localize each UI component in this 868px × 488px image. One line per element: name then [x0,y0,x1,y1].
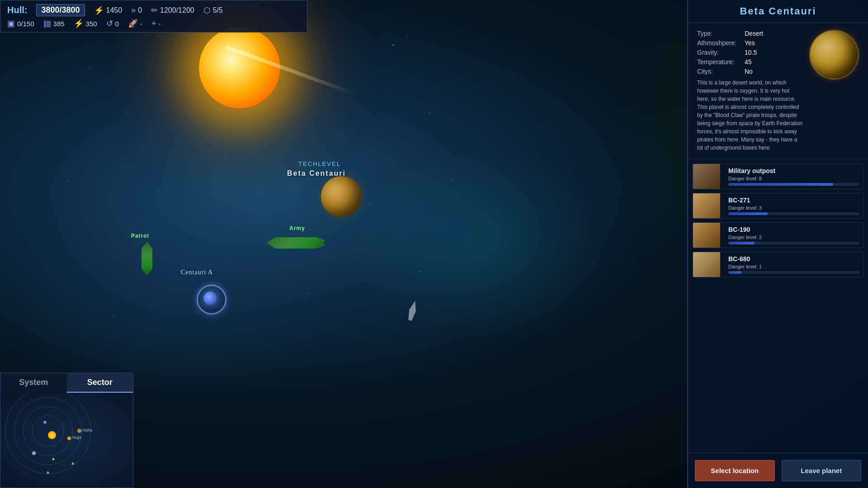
power-value: 350 [86,20,97,28]
location-danger-3: Danger level: 1 [728,264,859,269]
minimap-panel: System Sector Vega Alpha ▲ ▲ ▲ [0,373,133,488]
minimap-ship-2: ▲ [71,460,75,465]
info-gravity-row: Gravity: 10.5 [697,49,802,56]
hud-plus-stat: + - [151,19,161,28]
minimap-planet-2 [43,421,47,424]
arrows-icon: » [131,5,136,15]
cargo-value: 0/150 [17,20,34,28]
patrol-ship [138,242,160,278]
info-temperature-row: Temperature: 45 [697,58,802,66]
hud-shield-stat: ⬡ 5/5 [203,5,223,15]
minimap-tabs: System Sector [0,373,133,393]
location-name-1: BC-271 [728,197,859,204]
army-label: Army [289,225,305,231]
select-location-button[interactable]: Select location [695,460,775,481]
minimap-planet-1 [67,436,71,440]
location-danger-2: Danger level: 2 [728,235,859,240]
hud-missile-stat: 🚀 - [128,19,142,28]
power-icon: ⚡ [74,19,84,28]
danger-bar-0 [728,183,859,186]
arrow-value: 0 [138,6,142,14]
location-info-2: BC-190Danger level: 2 [725,223,863,248]
location-item-2[interactable]: BC-190Danger level: 2 [693,222,863,248]
minimap-planet-4 [32,451,36,455]
atmosphere-value: Yes [745,39,755,47]
location-info-1: BC-271Danger level: 3 [725,193,863,218]
plus-icon: + [151,19,156,28]
danger-fill-1 [728,212,768,215]
repair-icon: ↺ [106,19,113,28]
gravity-label: Gravity: [697,49,742,56]
location-thumb-0 [693,164,720,189]
hud-cargo-stat: ▣ 0/150 [7,19,34,28]
right-panel: Beta Centauri Type: Desert Athmoshpere: … [687,0,868,488]
location-thumb-1 [693,193,720,218]
location-name-2: BC-190 [728,226,859,233]
lightning-value: 1450 [106,6,123,14]
beta-centauri-planet [321,176,362,217]
centauri-a-label: Centauri A [181,269,213,276]
location-info-3: BC-680Danger level: 1 [725,252,863,277]
shield-value: 5/5 [213,6,223,14]
citys-label: Citys: [697,68,742,75]
location-thumb-2 [693,223,720,248]
centauri-a-station [194,282,226,314]
hud-arrow-stat: » 0 [131,5,142,15]
missile-icon: 🚀 [128,19,138,28]
tab-sector[interactable]: Sector [67,373,133,393]
repair-value: 0 [115,20,119,28]
info-atmosphere-row: Athmoshpere: Yes [697,39,802,47]
panel-buttons: Select location Leave planet [688,453,868,488]
minimap-label-3: Alpha [82,428,92,432]
ammo-icon: ✏ [151,5,158,15]
hud-power-stat: ⚡ 350 [74,19,97,28]
location-name-0: Military outpost [728,167,859,174]
cargo-icon: ▣ [7,19,15,28]
plus-value: - [158,20,160,28]
planet-description: This is a large desert world, on which h… [697,79,802,152]
danger-bar-1 [728,212,859,215]
minimap-sun [48,431,56,439]
location-danger-0: Danger level: 8 [728,176,859,181]
sun-object [199,27,280,108]
info-type-row: Type: Desert [697,30,802,37]
hud-crew-stat: ▤ 385 [43,19,65,28]
locations-list[interactable]: Military outpostDanger level: 8BC-271Dan… [688,159,868,453]
minimap-content: Vega Alpha ▲ ▲ ▲ [0,393,133,486]
danger-bar-3 [728,271,859,274]
info-citys-row: Citys: No [697,68,802,75]
minimap-ship-3: ▲ [46,469,50,474]
location-item-3[interactable]: BC-680Danger level: 1 [693,252,863,277]
missile-value: - [140,20,142,28]
type-value: Desert [745,30,763,37]
atmosphere-label: Athmoshpere: [697,39,742,47]
planet-info-text: Type: Desert Athmoshpere: Yes Gravity: 1… [697,30,802,152]
hull-label: Hull: [7,5,27,15]
gravity-value: 10.5 [745,49,757,56]
citys-value: No [745,68,753,75]
tab-system[interactable]: System [0,373,67,393]
patrol-label: Patrol [131,233,149,239]
minimap-planet-3 [77,429,81,433]
location-thumb-3 [693,252,720,277]
minimap-label-1: Vega [72,435,81,440]
danger-bar-2 [728,242,859,244]
type-label: Type: [697,30,742,37]
hud-ammo-stat: ✏ 1200/1200 [151,5,194,15]
location-item-1[interactable]: BC-271Danger level: 3 [693,193,863,219]
danger-fill-0 [728,183,833,186]
hull-value: 3800/3800 [36,4,85,16]
planet-name-label: Beta Centauri [287,169,346,178]
location-danger-1: Danger level: 3 [728,205,859,211]
leave-planet-button[interactable]: Leave planet [782,460,862,481]
location-item-0[interactable]: Military outpostDanger level: 8 [693,164,863,189]
location-name-3: BC-680 [728,255,859,263]
danger-fill-2 [728,242,755,244]
danger-fill-3 [728,271,741,274]
temperature-value: 45 [745,58,752,66]
shield-icon: ⬡ [203,5,211,15]
tech-level-label: TechLevel [298,160,341,167]
location-info-0: Military outpostDanger level: 8 [725,164,863,189]
temperature-label: Temperature: [697,58,742,66]
ammo-value: 1200/1200 [160,6,194,14]
